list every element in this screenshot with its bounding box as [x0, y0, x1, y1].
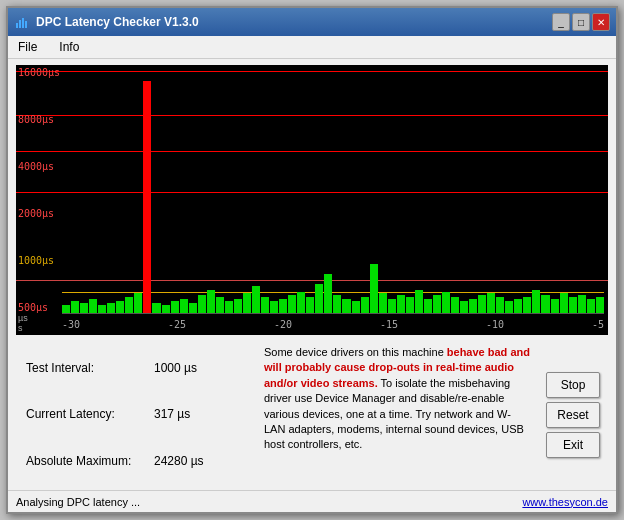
current-latency-value: 317 µs [154, 407, 190, 421]
bar-12 [171, 301, 179, 313]
bar-33 [361, 297, 369, 313]
x-label-15: -15 [380, 319, 398, 330]
title-bar: DPC Latency Checker V1.3.0 _ □ ✕ [8, 8, 616, 36]
bar-21 [252, 286, 260, 313]
latency-chart: 16000µs 8000µs 4000µs 2000µs 1000µs 500µ… [16, 65, 608, 335]
close-button[interactable]: ✕ [592, 13, 610, 31]
bar-45 [469, 299, 477, 313]
x-axis-units: µs s [16, 313, 62, 335]
bar-9 [143, 81, 151, 313]
bar-59 [596, 297, 604, 313]
bar-7 [125, 297, 133, 313]
bar-38 [406, 297, 414, 313]
reset-button[interactable]: Reset [546, 402, 600, 428]
bar-58 [587, 299, 595, 313]
bar-49 [505, 301, 513, 313]
buttons-panel: Stop Reset Exit [538, 339, 608, 490]
svg-rect-2 [22, 18, 24, 28]
x-unit-s: s [18, 323, 62, 333]
bar-27 [306, 297, 314, 313]
minimize-button[interactable]: _ [552, 13, 570, 31]
bar-13 [180, 299, 188, 313]
absolute-maximum-row: Absolute Maximum: 24280 µs [26, 454, 246, 468]
bar-51 [523, 297, 531, 313]
bar-20 [243, 293, 251, 313]
bar-46 [478, 295, 486, 313]
bar-42 [442, 292, 450, 313]
x-label-10: -10 [486, 319, 504, 330]
bar-29 [324, 274, 332, 313]
bar-41 [433, 295, 441, 313]
bar-10 [152, 303, 160, 313]
y-label-2000: 2000µs [18, 208, 60, 219]
bar-8 [134, 293, 142, 313]
bar-6 [116, 301, 124, 313]
bar-39 [415, 290, 423, 313]
app-window: DPC Latency Checker V1.3.0 _ □ ✕ File In… [6, 6, 618, 514]
current-latency-row: Current Latency: 317 µs [26, 407, 246, 421]
bar-16 [207, 290, 215, 313]
bar-4 [98, 305, 106, 313]
x-label-20: -20 [274, 319, 292, 330]
stop-button[interactable]: Stop [546, 372, 600, 398]
bar-22 [261, 297, 269, 313]
current-latency-label: Current Latency: [26, 407, 146, 421]
bar-43 [451, 297, 459, 313]
bar-40 [424, 299, 432, 313]
message-text: Some device drivers on this machine beha… [264, 346, 530, 450]
bar-15 [198, 295, 206, 313]
bar-54 [551, 299, 559, 313]
bar-28 [315, 284, 323, 313]
window-title: DPC Latency Checker V1.3.0 [36, 15, 199, 29]
bar-36 [388, 299, 396, 313]
bar-35 [379, 293, 387, 313]
file-menu[interactable]: File [12, 38, 43, 56]
x-label-30: -30 [62, 319, 80, 330]
bar-37 [397, 295, 405, 313]
x-unit-us: µs [18, 313, 62, 323]
absolute-maximum-value: 24280 µs [154, 454, 204, 468]
y-label-1000: 1000µs [18, 255, 60, 266]
app-icon [14, 14, 30, 30]
test-interval-label: Test Interval: [26, 361, 146, 375]
bar-11 [162, 305, 170, 313]
bar-18 [225, 301, 233, 313]
bar-47 [487, 293, 495, 313]
bar-57 [578, 295, 586, 313]
bar-53 [541, 295, 549, 313]
bar-19 [234, 299, 242, 313]
test-interval-value: 1000 µs [154, 361, 197, 375]
bar-50 [514, 299, 522, 313]
status-link[interactable]: www.thesycon.de [522, 496, 608, 508]
status-bar: Analysing DPC latency ... www.thesycon.d… [8, 490, 616, 512]
y-label-4000: 4000µs [18, 161, 60, 172]
bar-14 [189, 303, 197, 313]
y-axis-labels: 16000µs 8000µs 4000µs 2000µs 1000µs 500µ… [18, 65, 60, 313]
stats-panel: Test Interval: 1000 µs Current Latency: … [16, 339, 256, 490]
bar-23 [270, 301, 278, 313]
window-controls: _ □ ✕ [552, 13, 610, 31]
info-panel: Test Interval: 1000 µs Current Latency: … [16, 339, 608, 490]
y-label-16000: 16000µs [18, 67, 60, 78]
maximize-button[interactable]: □ [572, 13, 590, 31]
y-label-8000: 8000µs [18, 114, 60, 125]
exit-button[interactable]: Exit [546, 432, 600, 458]
x-label-5: -5 [592, 319, 604, 330]
bar-0 [62, 305, 70, 313]
bars-container [62, 69, 604, 313]
svg-rect-0 [16, 23, 18, 28]
bar-24 [279, 299, 287, 313]
info-menu[interactable]: Info [53, 38, 85, 56]
bar-32 [352, 301, 360, 313]
message-bad-text: behave bad and will probably cause drop-… [264, 346, 530, 389]
message-panel: Some device drivers on this machine beha… [256, 339, 538, 490]
menu-bar: File Info [8, 36, 616, 59]
bar-56 [569, 297, 577, 313]
x-label-25: -25 [168, 319, 186, 330]
status-text: Analysing DPC latency ... [16, 496, 140, 508]
bar-5 [107, 303, 115, 313]
x-axis: -30 -25 -20 -15 -10 -5 [62, 313, 604, 335]
svg-rect-1 [19, 20, 21, 28]
bar-1 [71, 301, 79, 313]
bar-52 [532, 290, 540, 313]
